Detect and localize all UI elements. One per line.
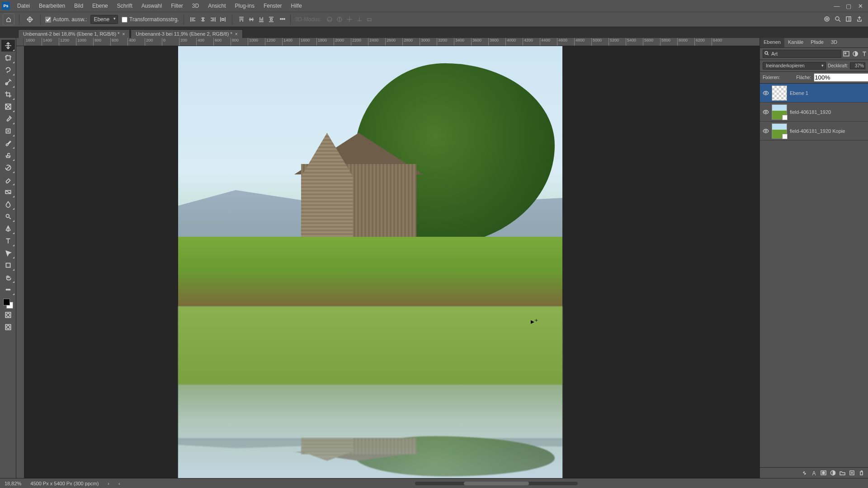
menu-bearbeiten[interactable]: Bearbeiten (34, 0, 70, 12)
layer-row[interactable]: field-406181_1920 Kopie (760, 122, 868, 141)
canvas-area[interactable]: 1600140012001000800600400200020040060080… (16, 38, 760, 478)
panel-tab-kanäle[interactable]: Kanäle (784, 38, 807, 47)
visibility-icon[interactable] (763, 90, 769, 96)
auto-select-input[interactable] (45, 17, 51, 23)
crop-tool[interactable] (1, 89, 15, 100)
rectangle-tool[interactable] (1, 259, 15, 271)
align-bottom-icon[interactable] (257, 15, 266, 24)
maximize-button[interactable]: ▢ (845, 3, 852, 9)
scroll-left-icon[interactable]: ‹ (118, 481, 120, 486)
group-icon[interactable] (840, 470, 845, 476)
share-icon[interactable] (856, 16, 863, 23)
menu-3d[interactable]: 3D (188, 0, 203, 12)
link-layers-icon[interactable] (802, 470, 807, 476)
auto-select-checkbox[interactable]: Autom. ausw.: (45, 16, 87, 23)
menu-filter[interactable]: Filter (166, 0, 188, 12)
more-options-icon[interactable] (279, 16, 286, 23)
align-vcenter-icon[interactable] (247, 15, 256, 24)
new-layer-icon[interactable] (849, 470, 855, 476)
layer-thumbnail[interactable] (772, 104, 787, 120)
menu-ebene[interactable]: Ebene (88, 0, 113, 12)
cloud-docs-icon[interactable] (824, 16, 830, 23)
close-tab-icon[interactable]: × (122, 32, 125, 37)
menu-fenster[interactable]: Fenster (259, 0, 287, 12)
home-button[interactable] (3, 14, 14, 25)
layer-fx-icon[interactable] (811, 470, 817, 476)
path-select-tool[interactable] (1, 247, 15, 259)
eyedropper-tool[interactable] (1, 113, 15, 125)
distribute-v-icon[interactable] (267, 15, 276, 24)
align-right-icon[interactable] (208, 15, 217, 24)
layer-filter-input[interactable] (763, 50, 841, 58)
transform-controls-checkbox[interactable]: Transformationsstrg. (122, 16, 179, 23)
layer-thumbnail[interactable] (772, 123, 787, 139)
layer-row[interactable]: Ebene 1 (760, 84, 868, 103)
blur-tool[interactable] (1, 198, 15, 210)
document-tab[interactable]: Unbenannt-2 bei 18,8% (Ebene 1, RGB/8) *… (18, 29, 130, 38)
align-hcenter-icon[interactable] (198, 15, 208, 24)
align-left-icon[interactable] (189, 15, 198, 24)
panel-tab-pfade[interactable]: Pfade (807, 38, 827, 47)
search-icon[interactable] (835, 16, 841, 23)
menu-datei[interactable]: Datei (13, 0, 34, 12)
hand-tool[interactable] (1, 272, 15, 283)
move-tool[interactable] (1, 40, 15, 52)
lasso-tool[interactable] (1, 64, 15, 76)
close-tab-icon[interactable]: × (235, 32, 238, 37)
layer-thumbnail[interactable] (772, 85, 787, 101)
filter-image-icon[interactable] (843, 51, 849, 57)
eraser-tool[interactable] (1, 174, 15, 186)
menu-ansicht[interactable]: Ansicht (203, 0, 230, 12)
workspace-icon[interactable] (845, 16, 852, 23)
menu-hilfe[interactable]: Hilfe (287, 0, 307, 12)
menu-plug-ins[interactable]: Plug-ins (231, 0, 259, 12)
clone-stamp-tool[interactable] (1, 150, 15, 161)
align-top-icon[interactable] (237, 15, 246, 24)
close-button[interactable]: ✕ (857, 3, 863, 9)
dodge-tool[interactable] (1, 211, 15, 222)
canvas[interactable]: ▸⁺ (24, 46, 760, 478)
filter-type-icon[interactable] (861, 51, 868, 57)
gradient-tool[interactable] (1, 186, 15, 198)
menu-bild[interactable]: Bild (70, 0, 88, 12)
panel-tab-3d[interactable]: 3D (827, 38, 841, 47)
visibility-icon[interactable] (763, 128, 769, 134)
type-tool[interactable] (1, 235, 15, 247)
frame-tool[interactable] (1, 101, 15, 113)
document-tab[interactable]: Unbenannt-3 bei 11,9% (Ebene 2, RGB/8) *… (131, 29, 242, 38)
adjustment-layer-icon[interactable] (830, 470, 836, 476)
fill-field[interactable] (814, 73, 868, 82)
layer-mask-icon[interactable] (821, 470, 826, 476)
artboard-tool[interactable] (1, 52, 15, 64)
menu-auswahl[interactable]: Auswahl (137, 0, 166, 12)
document-info[interactable]: 4500 Px x 5400 Px (300 ppcm) (30, 481, 99, 486)
blend-mode-dropdown[interactable]: Ineinanderkopieren (763, 62, 826, 70)
auto-select-target-dropdown[interactable]: Ebene (90, 15, 118, 24)
more-tools[interactable] (1, 284, 15, 296)
document[interactable] (178, 46, 562, 478)
screen-mode-icon[interactable] (1, 321, 15, 333)
healing-brush-tool[interactable] (1, 125, 15, 137)
quick-select-tool[interactable] (1, 76, 15, 88)
ruler-tick: 5800 (660, 38, 677, 46)
minimize-button[interactable]: — (834, 3, 840, 9)
brush-tool[interactable] (1, 137, 15, 149)
horizontal-scrollbar[interactable] (415, 482, 578, 485)
filter-adjust-icon[interactable] (852, 51, 859, 57)
zoom-level[interactable]: 18,82% (5, 481, 21, 486)
info-chevron-icon[interactable]: › (108, 481, 109, 486)
transform-controls-input[interactable] (122, 17, 127, 23)
distribute-h-icon[interactable] (218, 15, 227, 24)
panel-tab-ebenen[interactable]: Ebenen (760, 38, 784, 47)
delete-layer-icon[interactable] (859, 470, 864, 476)
quick-mask-icon[interactable] (1, 309, 15, 321)
layer-row[interactable]: field-406181_1920 (760, 103, 868, 122)
history-brush-tool[interactable] (1, 162, 15, 174)
menu-schrift[interactable]: Schrift (113, 0, 137, 12)
pen-tool[interactable] (1, 223, 15, 235)
opacity-field[interactable] (850, 62, 865, 69)
3d-orbit-icon (325, 15, 334, 24)
ruler-vertical (16, 46, 24, 478)
visibility-icon[interactable] (763, 109, 769, 115)
color-swatches[interactable] (3, 299, 13, 309)
